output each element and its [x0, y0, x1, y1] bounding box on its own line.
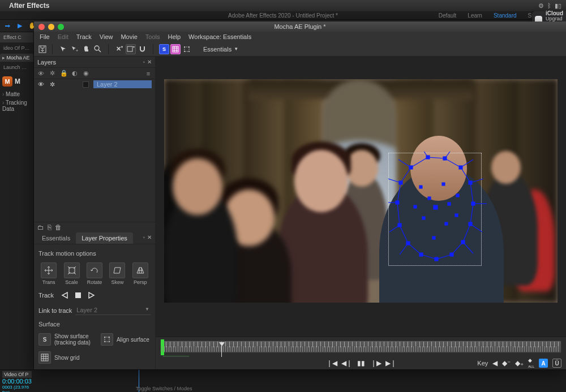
svg-text:+: +: [76, 49, 78, 53]
layer-folder-icon[interactable]: 🗀: [37, 223, 44, 231]
zoom-tool-icon[interactable]: [92, 44, 102, 54]
align-surface-icon[interactable]: [182, 44, 192, 54]
ae-mocha-effect-tab[interactable]: ▸ Mocha AE: [0, 54, 33, 62]
select-tool-icon[interactable]: [58, 44, 68, 54]
svg-rect-45: [419, 253, 423, 256]
opt-scale[interactable]: Scale: [61, 262, 82, 285]
menu-workspace[interactable]: Workspace: Essentials: [188, 33, 251, 40]
add-key-button[interactable]: ◆⁻: [502, 359, 511, 367]
rect-tool-icon[interactable]: ▾: [126, 44, 136, 54]
ae-ws-standard[interactable]: Standard: [494, 12, 517, 19]
show-surface-toggle[interactable]: S Show surface(tracking data): [38, 333, 91, 346]
prev-key-button[interactable]: ◀: [492, 359, 498, 367]
opt-translation[interactable]: Trans: [38, 262, 59, 285]
step-back-button[interactable]: ◀❘: [341, 359, 351, 367]
close-button[interactable]: [38, 24, 45, 30]
menu-help[interactable]: Help: [168, 33, 181, 40]
minimize-button[interactable]: [48, 24, 54, 30]
col-spline-icon[interactable]: ◐: [71, 70, 78, 77]
ae-video-name: ideo Of People Wa: [0, 43, 33, 54]
svg-rect-54: [434, 205, 438, 209]
panel-undock-icon[interactable]: ▫: [143, 234, 145, 240]
uberkey-toggle[interactable]: Ü: [552, 359, 561, 368]
ae-effect-controls-tab[interactable]: Effect C: [0, 32, 33, 43]
col-matte-icon[interactable]: ◉: [83, 70, 89, 77]
ae-timeline-tab[interactable]: Video Of P: [2, 371, 32, 378]
opt-skew[interactable]: Skew: [107, 262, 127, 285]
layer-color-chip[interactable]: [83, 81, 89, 88]
align-surface-button[interactable]: Align surface: [101, 333, 149, 346]
panel-close-icon[interactable]: ✕: [147, 59, 152, 65]
tracking-spline[interactable]: [388, 152, 490, 270]
svg-rect-47: [450, 253, 453, 256]
ae-tree-tracking[interactable]: › Tracking Data: [0, 98, 33, 113]
mocha-logo[interactable]: M M: [0, 73, 33, 90]
timeline-ruler[interactable]: [160, 341, 561, 353]
ae-timeline-body[interactable]: Toggle Switches / Modes: [34, 370, 566, 392]
step-fwd-button[interactable]: ❘▶: [371, 359, 381, 367]
layer-duplicate-icon[interactable]: ⎘: [48, 223, 52, 231]
mocha-titlebar[interactable]: Mocha AE Plugin *: [34, 21, 566, 32]
layers-title: Layers: [37, 59, 56, 66]
layer-cog-icon[interactable]: ✲: [49, 81, 55, 88]
layer-row[interactable]: 👁 ✲ Layer 2: [34, 79, 155, 89]
opt-rotate[interactable]: Rotate: [84, 262, 105, 285]
autokey-toggle[interactable]: A: [539, 359, 548, 368]
menu-tools[interactable]: Tools: [145, 33, 160, 40]
ae-ws-learn[interactable]: Learn: [468, 12, 482, 19]
workspace-dropdown[interactable]: Essentials▼: [200, 45, 242, 54]
autokey-all-button[interactable]: ◆ALL: [528, 357, 534, 369]
bluetooth-icon: ᛒ: [547, 2, 551, 10]
col-visibility-icon[interactable]: 👁: [37, 70, 44, 77]
tab-essentials[interactable]: Essentials: [36, 232, 76, 244]
menu-movie[interactable]: Movie: [121, 33, 137, 40]
show-surface-icon[interactable]: S: [159, 44, 169, 54]
col-options-icon[interactable]: ≡: [145, 70, 152, 77]
go-end-button[interactable]: ▶❘: [385, 359, 396, 367]
ae-tree-matte[interactable]: › Matte: [0, 90, 33, 98]
track-stop-button[interactable]: [73, 291, 83, 300]
menu-edit[interactable]: Edit: [58, 33, 68, 40]
select-add-tool-icon[interactable]: +: [70, 44, 80, 54]
panel-undock-icon[interactable]: ▫: [143, 59, 145, 65]
show-grid-icon[interactable]: [170, 44, 181, 54]
play-stop-button[interactable]: ▮▮: [356, 359, 366, 367]
mocha-logo-icon: M: [2, 76, 12, 87]
svg-rect-50: [471, 202, 475, 205]
layers-table: 👁 ✲ 🔒 ◐ ◉ ≡ 👁 ✲ Layer 2: [34, 68, 155, 89]
magnetic-tool-icon[interactable]: [137, 44, 147, 54]
maximize-button[interactable]: [58, 24, 64, 30]
col-cog-icon[interactable]: ✲: [49, 70, 55, 77]
track-forward-button[interactable]: [87, 291, 97, 300]
ae-ws-default[interactable]: Default: [439, 12, 457, 19]
layer-name[interactable]: Layer 2: [93, 80, 152, 88]
tab-layer-properties[interactable]: Layer Properties: [76, 232, 133, 244]
go-start-button[interactable]: ❘◀: [327, 359, 337, 367]
track-backward-button[interactable]: [59, 291, 70, 300]
menu-file[interactable]: File: [40, 33, 50, 40]
layer-visibility-icon[interactable]: 👁: [37, 81, 44, 88]
ae-selection-tool-icon[interactable]: ▶: [16, 22, 24, 30]
ae-timecode[interactable]: 0:00:00:03: [2, 378, 32, 385]
menu-track[interactable]: Track: [76, 33, 92, 40]
xspline-tool-icon[interactable]: ✕▾: [114, 44, 125, 54]
hand-tool-icon[interactable]: [81, 44, 91, 54]
ae-toggle-switches[interactable]: Toggle Switches / Modes: [136, 386, 192, 391]
layer-delete-icon[interactable]: 🗑: [55, 223, 62, 231]
timeline-playhead[interactable]: [219, 342, 225, 357]
in-point-marker[interactable]: [161, 339, 164, 355]
ae-home-icon[interactable]: ⮕: [3, 22, 11, 30]
panel-close-icon[interactable]: ✕: [147, 234, 152, 240]
viewer-canvas[interactable]: [164, 79, 558, 303]
menu-view[interactable]: View: [100, 33, 113, 40]
mac-app-name[interactable]: After Effects: [9, 2, 49, 10]
save-icon[interactable]: [37, 44, 48, 54]
svg-rect-43: [398, 223, 401, 227]
svg-rect-16: [75, 292, 81, 298]
show-grid-toggle[interactable]: Show grid: [38, 351, 151, 364]
link-to-track-dropdown[interactable]: Layer 2 ▼: [75, 305, 151, 315]
opt-perspective[interactable]: Persp: [130, 262, 151, 285]
svg-rect-60: [445, 222, 448, 225]
col-lock-icon[interactable]: 🔒: [60, 70, 67, 77]
next-key-button[interactable]: ◆₊: [515, 359, 524, 367]
